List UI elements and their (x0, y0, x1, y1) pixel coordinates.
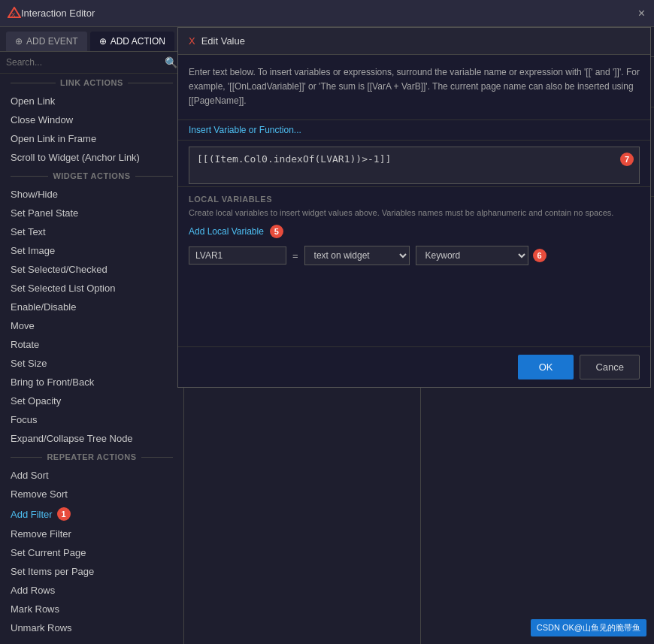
var-name-input[interactable] (189, 246, 286, 265)
edit-value-title: Edit Value (201, 35, 245, 47)
local-vars-description: Create local variables to insert widget … (189, 207, 640, 219)
search-icon: 🔍 (165, 56, 177, 68)
repeater-actions-header: REPEATER ACTIONS (0, 448, 183, 466)
cancel-button[interactable]: Cance (580, 355, 640, 379)
close-window-button[interactable]: × (638, 8, 645, 20)
action-show-hide[interactable]: Show/Hide (0, 185, 183, 204)
action-close-window[interactable]: Close Window (0, 110, 183, 129)
watermark: CSDN OK@山鱼见的脆带鱼 (531, 619, 646, 636)
action-set-selected-list-option[interactable]: Set Selected List Option (0, 279, 183, 298)
link-actions-header: LINK ACTIONS (0, 74, 183, 92)
action-add-filter[interactable]: Add Filter 1 (0, 503, 183, 525)
action-set-text[interactable]: Set Text (0, 222, 183, 241)
equals-sign: = (292, 250, 298, 262)
action-bring-to-front-back[interactable]: Bring to Front/Back (0, 373, 183, 392)
action-set-opacity[interactable]: Set Opacity (0, 392, 183, 410)
edit-value-description: Enter text below. To insert variables or… (178, 55, 650, 120)
add-local-variable-link[interactable]: Add Local Variable (189, 226, 264, 237)
window-title: Interaction Editor (21, 8, 95, 19)
tab-add-action[interactable]: ⊕ ADD ACTION (90, 32, 174, 51)
edit-value-header: X Edit Value (178, 28, 650, 55)
ok-button[interactable]: OK (518, 355, 574, 379)
edit-value-dialog: X Edit Value Enter text below. To insert… (177, 27, 651, 388)
widget-actions-header: WIDGET ACTIONS (0, 167, 183, 185)
local-variable-row: = text on widget Keyword 6 (189, 246, 640, 265)
badge-6: 6 (533, 249, 547, 262)
action-set-current-page[interactable]: Set Current Page (0, 543, 183, 562)
svg-text:X: X (11, 11, 16, 18)
action-add-sort[interactable]: Add Sort (0, 466, 183, 485)
badge-7: 7 (620, 153, 634, 166)
tab-bar: ⊕ ADD EVENT ⊕ ADD ACTION (0, 27, 183, 52)
action-remove-filter[interactable]: Remove Filter (0, 525, 183, 543)
action-unmark-rows[interactable]: Unmark Rows (0, 618, 183, 637)
var-widget-select[interactable]: Keyword (416, 246, 528, 265)
local-variables-section: LOCAL VARIABLES Create local variables t… (178, 186, 650, 274)
title-bar: X Interaction Editor × (0, 0, 654, 27)
expression-input[interactable] (189, 147, 640, 184)
insert-variable-link[interactable]: Insert Variable or Function... (178, 120, 650, 141)
action-focus[interactable]: Focus (0, 410, 183, 429)
app-logo: X (8, 7, 21, 20)
badge-5: 5 (270, 225, 283, 238)
var-widget-container: Keyword 6 (416, 246, 547, 265)
var-type-select[interactable]: text on widget (304, 246, 410, 265)
action-rotate[interactable]: Rotate (0, 335, 183, 354)
action-set-image[interactable]: Set Image (0, 241, 183, 260)
left-panel: ⊕ ADD EVENT ⊕ ADD ACTION 🔍 LINK ACTIONS … (0, 27, 184, 644)
tab-add-event[interactable]: ⊕ ADD EVENT (6, 32, 87, 51)
badge-1: 1 (57, 507, 71, 521)
action-set-items-per-page[interactable]: Set Items per Page (0, 562, 183, 581)
action-move[interactable]: Move (0, 316, 183, 335)
local-vars-label: LOCAL VARIABLES (189, 195, 640, 204)
action-icon: ⊕ (99, 36, 107, 47)
action-set-size[interactable]: Set Size (0, 354, 183, 373)
action-enable-disable[interactable]: Enable/Disable (0, 298, 183, 316)
action-open-link[interactable]: Open Link (0, 92, 183, 110)
expression-container: 7 (189, 147, 640, 186)
action-open-link-frame[interactable]: Open Link in Frame (0, 129, 183, 148)
action-set-panel-state[interactable]: Set Panel State (0, 204, 183, 222)
action-expand-collapse[interactable]: Expand/Collapse Tree Node (0, 429, 183, 448)
event-icon: ⊕ (15, 36, 23, 47)
action-add-rows[interactable]: Add Rows (0, 581, 183, 600)
edit-value-icon: X (189, 35, 195, 47)
search-container: 🔍 (0, 52, 183, 74)
action-set-selected-checked[interactable]: Set Selected/Checked (0, 260, 183, 279)
action-scroll-to-widget[interactable]: Scroll to Widget (Anchor Link) (0, 148, 183, 167)
search-input[interactable] (6, 57, 160, 68)
action-remove-sort[interactable]: Remove Sort (0, 485, 183, 503)
dialog-buttons: OK Cance (178, 346, 650, 387)
action-mark-rows[interactable]: Mark Rows (0, 600, 183, 618)
